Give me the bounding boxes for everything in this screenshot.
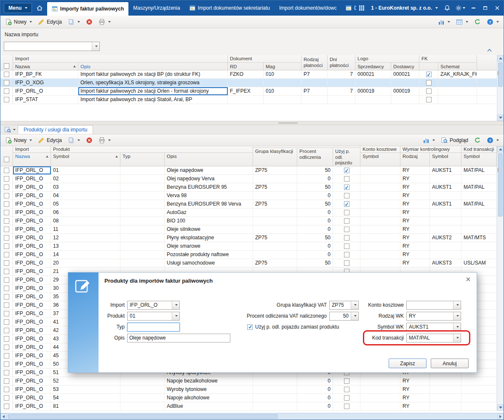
cell-nazwa[interactable]: IFP_ORL_O: [13, 335, 51, 343]
cell-symbol[interactable]: 04: [51, 192, 120, 200]
cell-rodzaj[interactable]: RY: [400, 166, 430, 174]
cell-konto-symbol[interactable]: [360, 251, 400, 259]
cell-uzyj[interactable]: [333, 217, 360, 225]
delete-button[interactable]: [83, 17, 95, 27]
table-row[interactable]: IFP_ORL_O02Olej napędowy Verva0RY: [0, 175, 497, 183]
cell-opis[interactable]: Benzyna EUROSUPER 98 Verva: [165, 200, 253, 208]
cell-procent[interactable]: 50: [297, 259, 333, 267]
table-row[interactable]: IFP_STATImport faktur paliwowych ze stac…: [0, 96, 497, 104]
cell-row-select[interactable]: [0, 251, 13, 259]
imports-grid-vscrollbar[interactable]: [497, 55, 504, 121]
products-grid-vscrollbar[interactable]: [497, 146, 504, 411]
column-group-logo[interactable]: Logo: [355, 55, 419, 63]
row-select-checkbox[interactable]: [4, 328, 9, 333]
cell-nazwa[interactable]: IFP_O_XOG: [13, 79, 78, 87]
cell-konto-symbol[interactable]: [360, 209, 400, 217]
cell-konto-symbol[interactable]: [360, 385, 400, 393]
cell-rodzaj[interactable]: RY: [400, 242, 430, 250]
cell-nazwa[interactable]: IFP_ORL_O: [13, 402, 51, 410]
cell-wymiar-symbol[interactable]: [430, 225, 461, 233]
home-button[interactable]: [34, 0, 45, 16]
cell-dostawcy[interactable]: [391, 96, 419, 104]
cell-row-select[interactable]: [0, 166, 13, 174]
dialog-close-button[interactable]: [466, 277, 471, 283]
close-window-button[interactable]: [491, 3, 503, 14]
cell-wymiar-symbol[interactable]: AUKST1: [430, 166, 461, 174]
cell-typ[interactable]: [120, 217, 165, 225]
cell-konto-symbol[interactable]: [360, 200, 400, 208]
fk-checkbox[interactable]: [426, 97, 432, 102]
cell-symbol[interactable]: 01: [51, 166, 120, 174]
cell-rodzaj[interactable]: RY: [400, 402, 430, 410]
cell-rodzaj[interactable]: RY: [400, 259, 430, 267]
cell-grupa[interactable]: ZP75: [253, 183, 297, 191]
menu-button[interactable]: Menu: [4, 3, 32, 13]
combo-arrow[interactable]: [92, 42, 99, 51]
cell-symbol[interactable]: 05: [51, 200, 120, 208]
cell-opis[interactable]: AutoGaz: [165, 209, 253, 217]
cell-symbol[interactable]: 02: [51, 175, 120, 183]
table-row[interactable]: IFP_ORL_O81AdBlue0RY: [0, 402, 497, 411]
column-group-dokument[interactable]: Dokument: [228, 55, 301, 63]
print-button[interactable]: [96, 17, 113, 27]
row-select-checkbox[interactable]: [4, 193, 9, 198]
cell-uzyj[interactable]: [333, 225, 360, 233]
scroll-thumb[interactable]: [498, 62, 503, 87]
customize-view-button[interactable]: [453, 17, 471, 27]
konto-combo[interactable]: [406, 301, 461, 310]
cell-opis[interactable]: Import faktur paliwowych ze stacji Stato…: [78, 96, 228, 104]
typ-input[interactable]: [127, 323, 180, 332]
row-select-checkbox[interactable]: [4, 395, 9, 401]
cell-nazwa[interactable]: IFP_ORL_O: [13, 166, 51, 174]
cell-dostawcy[interactable]: 000019: [391, 87, 419, 95]
cell-dni-platnosci[interactable]: 7: [328, 70, 355, 78]
table-row[interactable]: IFP_ORL_O01Oleje napędoweZP7550RYAUKST1M…: [0, 166, 497, 175]
row-select-checkbox[interactable]: [4, 370, 9, 375]
row-select-checkbox[interactable]: [4, 227, 9, 232]
scroll-up-button[interactable]: [497, 55, 504, 62]
table-row[interactable]: IFP_O_XOGOrlen, specyfikacja XLS okrojon…: [0, 79, 497, 87]
cell-rodzaj[interactable]: RY: [400, 377, 430, 385]
row-select-checkbox[interactable]: [4, 319, 9, 325]
uzyj-checkbox[interactable]: [247, 324, 253, 330]
cell-kod-symbol[interactable]: [461, 192, 497, 200]
cell-kod-symbol[interactable]: [461, 377, 497, 385]
cell-opis[interactable]: BIO 100: [165, 217, 253, 225]
scroll-thumb[interactable]: [8, 414, 277, 419]
cell-wymiar-symbol[interactable]: [430, 209, 461, 217]
cell-kod-symbol[interactable]: MAT/PAL: [461, 200, 497, 208]
cell-nazwa[interactable]: IFP_ORL_O: [13, 259, 51, 267]
table-row[interactable]: IFP_ORL_O14Pozostałe produkty naftowe0RY: [0, 251, 497, 259]
cell-symbol[interactable]: 03: [51, 183, 120, 191]
cell-opis[interactable]: AdBlue: [165, 402, 253, 410]
cell-nazwa[interactable]: IFP_ORL_O: [13, 377, 51, 385]
cell-dostawcy[interactable]: [391, 79, 419, 87]
cell-grupa[interactable]: [253, 402, 297, 410]
new-button[interactable]: Nowy: [3, 17, 35, 27]
row-select-checkbox[interactable]: [4, 88, 9, 94]
cell-nazwa[interactable]: IFP_ORL_O: [13, 394, 51, 402]
cell-uzyj[interactable]: [333, 394, 360, 402]
select-all-checkbox[interactable]: [4, 63, 9, 69]
tab-dokumenty[interactable]: Dokumenty: [341, 0, 356, 16]
cell-grupa[interactable]: [253, 377, 297, 385]
cell-nazwa[interactable]: IFP_ORL_O: [13, 268, 51, 276]
cell-kod-symbol[interactable]: [461, 394, 497, 402]
cell-symbol[interactable]: 11: [51, 225, 120, 233]
cell-row-select[interactable]: [0, 259, 13, 267]
cell-wymiar-symbol[interactable]: [430, 217, 461, 225]
cell-nazwa[interactable]: IFP_ORL_O: [13, 343, 51, 351]
column-group-fk[interactable]: FK: [419, 55, 477, 63]
cell-nazwa[interactable]: IFP_ORL_O: [13, 276, 51, 284]
cell-nazwa[interactable]: IFP_ORL_O: [13, 293, 51, 301]
cell-typ[interactable]: [120, 183, 165, 191]
cell-konto-symbol[interactable]: [360, 234, 400, 242]
cell-schemat[interactable]: [438, 87, 477, 95]
row-select-checkbox[interactable]: [4, 243, 9, 249]
cell-konto-symbol[interactable]: [360, 394, 400, 402]
copy-button[interactable]: [65, 17, 83, 27]
cell-kod-symbol[interactable]: [461, 402, 497, 410]
cell-opis[interactable]: Oleje smarowe: [165, 242, 253, 250]
cell-uzyj[interactable]: [333, 251, 360, 259]
row-select-checkbox[interactable]: [4, 168, 9, 173]
